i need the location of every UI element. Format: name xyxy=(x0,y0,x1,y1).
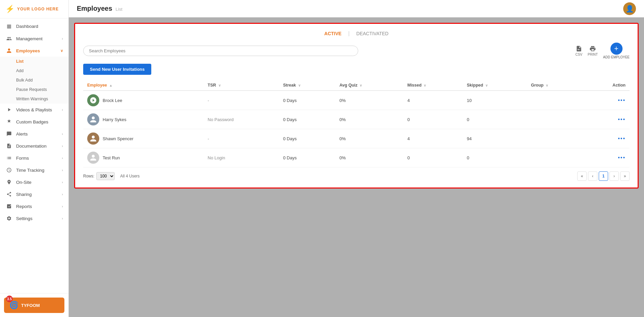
sidebar-item-sharing[interactable]: Sharing › xyxy=(0,188,68,200)
topbar: Employees List 👤 xyxy=(69,0,644,17)
search-input[interactable] xyxy=(83,46,358,56)
employee-action[interactable]: ••• xyxy=(583,91,630,110)
sidebar-item-label: Dashboard xyxy=(16,24,38,29)
invite-button[interactable]: Send New User Invitations xyxy=(83,64,151,75)
employee-action[interactable]: ••• xyxy=(583,129,630,148)
rows-select-area: Rows: 100 50 25 10 xyxy=(83,172,115,180)
sidebar-item-label: Forms xyxy=(16,156,29,161)
sidebar-item-time-tracking[interactable]: Time Tracking › xyxy=(0,164,68,176)
settings-icon xyxy=(5,216,13,221)
col-avg-quiz[interactable]: Avg Quiz ∨ xyxy=(335,80,403,91)
total-users-label: All 4 Users xyxy=(120,174,140,178)
employees-icon xyxy=(5,48,13,53)
employee-action[interactable]: ••• xyxy=(583,148,630,167)
sidebar-item-label: Employees xyxy=(16,48,40,53)
sidebar-item-label: Settings xyxy=(16,216,33,221)
subnav-bulk-add[interactable]: Bulk Add xyxy=(0,75,68,85)
tab-deactivated[interactable]: DEACTIVATED xyxy=(356,31,388,36)
last-page-button[interactable]: » xyxy=(620,171,630,181)
employee-action[interactable]: ••• xyxy=(583,110,630,129)
sidebar-item-label: On-Site xyxy=(16,180,32,185)
chevron-right-icon: › xyxy=(62,156,63,160)
employee-tsr: - xyxy=(204,91,279,110)
prev-page-button[interactable]: ‹ xyxy=(588,171,597,181)
chevron-right-icon: › xyxy=(62,180,63,184)
sidebar-item-management[interactable]: Management › xyxy=(0,33,68,45)
col-group[interactable]: Group ∨ xyxy=(527,80,583,91)
sidebar-item-on-site[interactable]: On-Site › xyxy=(0,176,68,188)
sort-icon: ∨ xyxy=(485,84,488,87)
sidebar-item-label: Videos & Playlists xyxy=(16,107,52,112)
on-site-icon xyxy=(5,179,13,185)
user-avatar[interactable]: 👤 xyxy=(623,2,636,15)
col-tsr[interactable]: TSR ∨ xyxy=(204,80,279,91)
main-area: Employees List 👤 ACTIVE | DEACTIVATED CS… xyxy=(69,0,644,317)
dashboard-icon: ▦ xyxy=(5,23,13,29)
forms-icon xyxy=(5,155,13,161)
sidebar-item-reports[interactable]: Reports › xyxy=(0,200,68,212)
tyfoom-button[interactable]: 3.5 🌀 TYFOOM xyxy=(4,298,64,313)
chevron-right-icon: › xyxy=(62,144,63,148)
sidebar-item-label: Sharing xyxy=(16,192,32,197)
pagination-controls: « ‹ 1 › » xyxy=(577,171,630,181)
rows-label: Rows: xyxy=(83,174,94,178)
table-row: Harry Sykes No Password 0 Days 0% 0 0 ••… xyxy=(83,110,630,129)
add-employee-button[interactable]: + xyxy=(610,43,623,55)
page-title: Employees xyxy=(77,5,112,12)
action-menu-dots[interactable]: ••• xyxy=(618,97,626,103)
sidebar-item-employees[interactable]: Employees ∨ xyxy=(0,45,68,57)
sidebar-item-videos[interactable]: Videos & Playlists › xyxy=(0,104,68,116)
next-page-button[interactable]: › xyxy=(609,171,619,181)
tab-divider: | xyxy=(348,31,350,37)
sidebar-item-alerts[interactable]: Alerts › xyxy=(0,128,68,140)
first-page-button[interactable]: « xyxy=(577,171,587,181)
subnav-written-warnings[interactable]: Written Warnings xyxy=(0,94,68,104)
col-employee[interactable]: Employee ▲ xyxy=(83,80,204,91)
page-1-button[interactable]: 1 xyxy=(599,171,608,181)
employee-table: Employee ▲ TSR ∨ Streak ∨ Avg Quiz xyxy=(83,80,630,167)
chevron-right-icon: › xyxy=(62,132,63,136)
col-skipped[interactable]: Skipped ∨ xyxy=(463,80,527,91)
employee-avg-quiz: 0% xyxy=(335,110,403,129)
sidebar-item-label: Documentation xyxy=(16,144,47,149)
add-employee-area: + ADD EMPLOYEE xyxy=(603,43,630,59)
sidebar-item-settings[interactable]: Settings › xyxy=(0,212,68,224)
csv-button[interactable]: CSV xyxy=(576,45,583,56)
sidebar-item-documentation[interactable]: Documentation › xyxy=(0,140,68,152)
rows-per-page-select[interactable]: 100 50 25 10 xyxy=(96,172,115,180)
time-tracking-icon xyxy=(5,167,13,173)
content-box: ACTIVE | DEACTIVATED CSV PRINT xyxy=(74,23,639,189)
tab-active[interactable]: ACTIVE xyxy=(324,31,341,36)
employee-streak: 0 Days xyxy=(279,129,335,148)
sidebar-item-forms[interactable]: Forms › xyxy=(0,152,68,164)
chevron-right-icon: › xyxy=(62,108,63,112)
print-button[interactable]: PRINT xyxy=(588,45,598,56)
employee-name: Shawn Spencer xyxy=(103,136,133,141)
employee-skipped: 94 xyxy=(463,129,527,148)
employee-group xyxy=(527,129,583,148)
col-streak[interactable]: Streak ∨ xyxy=(279,80,335,91)
tyfoom-logo-icon: 🌀 xyxy=(9,301,18,310)
subnav-pause-requests[interactable]: Pause Requests xyxy=(0,85,68,94)
action-menu-dots[interactable]: ••• xyxy=(618,155,626,160)
subnav-add[interactable]: Add xyxy=(0,66,68,75)
sidebar-item-label: Management xyxy=(16,36,43,41)
employee-group xyxy=(527,148,583,167)
sidebar-item-dashboard[interactable]: ▦ Dashboard xyxy=(0,20,68,33)
sidebar: ⚡ YOUR LOGO HERE ▦ Dashboard Management … xyxy=(0,0,69,317)
table-row: Brock Lee - 0 Days 0% 4 10 ••• xyxy=(83,91,630,110)
sidebar-item-custom-badges[interactable]: Custom Badges xyxy=(0,116,68,128)
col-missed[interactable]: Missed ∨ xyxy=(403,80,463,91)
logo-area: ⚡ YOUR LOGO HERE xyxy=(0,0,68,18)
action-menu-dots[interactable]: ••• xyxy=(618,116,626,122)
sharing-icon xyxy=(5,192,13,197)
action-menu-dots[interactable]: ••• xyxy=(618,136,626,141)
subnav-list[interactable]: List xyxy=(0,57,68,66)
sidebar-item-label: Reports xyxy=(16,204,32,209)
employee-missed: 0 xyxy=(403,110,463,129)
sidebar-nav: ▦ Dashboard Management › Employees ∨ Lis… xyxy=(0,18,68,293)
sort-icon: ∨ xyxy=(360,84,362,87)
employee-avg-quiz: 0% xyxy=(335,148,403,167)
employee-group xyxy=(527,110,583,129)
col-action: Action xyxy=(583,80,630,91)
